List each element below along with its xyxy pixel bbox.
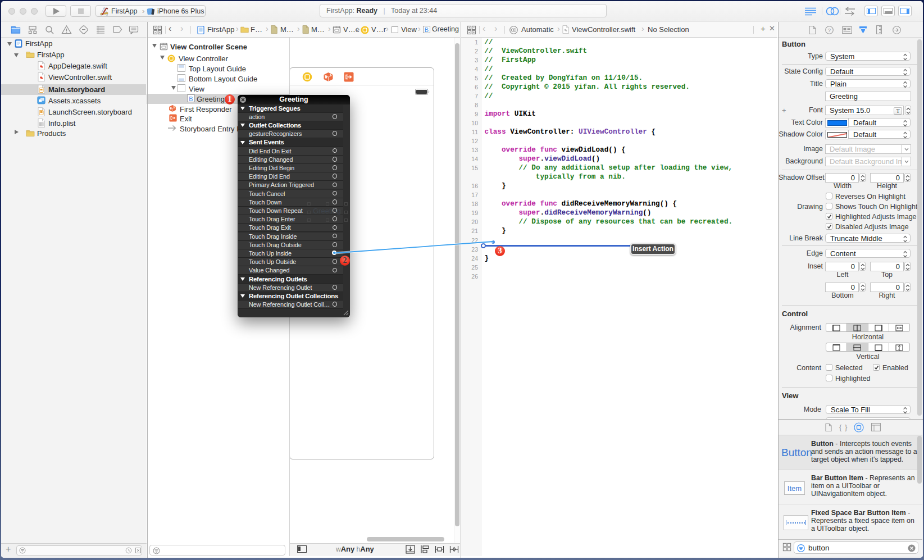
svg-text:1: 1 bbox=[330, 74, 331, 77]
